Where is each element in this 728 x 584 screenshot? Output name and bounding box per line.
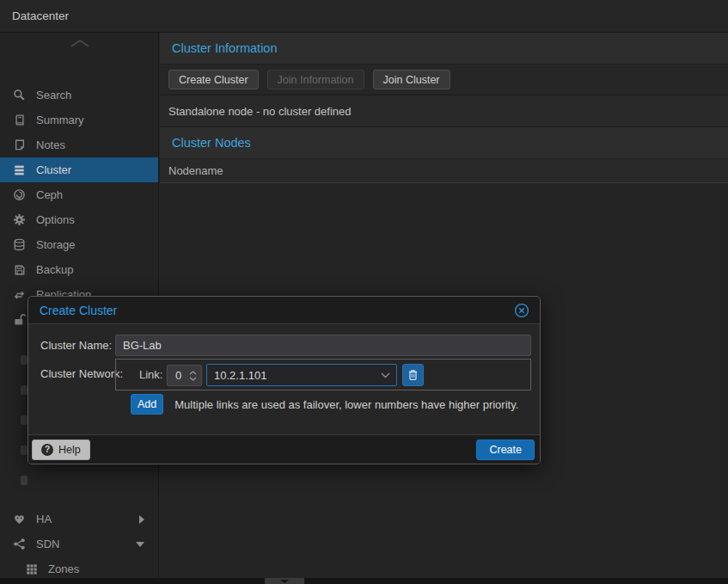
question-icon: ? bbox=[41, 444, 53, 456]
hidden-nav-icon-fragment bbox=[21, 355, 28, 365]
button-label: Join Cluster bbox=[383, 74, 440, 86]
spinner-buttons[interactable] bbox=[189, 371, 201, 381]
add-link-button[interactable]: Add bbox=[131, 394, 163, 415]
join-cluster-button[interactable]: Join Cluster bbox=[373, 70, 450, 89]
create-cluster-button[interactable]: Create Cluster bbox=[168, 70, 259, 89]
chevron-down-icon bbox=[136, 542, 144, 547]
spinner-up-icon bbox=[189, 371, 197, 375]
replication-icon bbox=[12, 288, 27, 302]
sidebar-item-sdn[interactable]: SDN bbox=[0, 532, 158, 556]
button-label: Create Cluster bbox=[179, 74, 248, 86]
backup-icon bbox=[12, 263, 27, 277]
button-label: Add bbox=[138, 398, 156, 410]
sidebar-item-label: Storage bbox=[36, 238, 76, 251]
book-icon bbox=[12, 114, 27, 127]
sidebar-item-label: Backup bbox=[36, 263, 73, 276]
failover-hint-text: Multiple links are used as failover, low… bbox=[174, 398, 518, 411]
sidebar-item-options[interactable]: Options bbox=[0, 207, 158, 232]
sidebar-item-label: Summary bbox=[36, 114, 84, 126]
sidebar-item-label: Ceph bbox=[36, 188, 63, 201]
hidden-nav-icon-fragment bbox=[21, 446, 28, 455]
search-icon bbox=[12, 89, 27, 102]
trash-icon bbox=[407, 369, 419, 381]
sidebar-item-summary[interactable]: Summary bbox=[0, 108, 158, 132]
cluster-information-header: Cluster Information bbox=[160, 33, 728, 65]
sidebar-item-storage[interactable]: Storage bbox=[0, 232, 158, 257]
cluster-name-input[interactable] bbox=[115, 335, 531, 356]
close-icon[interactable] bbox=[514, 303, 529, 318]
button-label: Create bbox=[489, 444, 522, 456]
help-button[interactable]: ? Help bbox=[32, 440, 90, 460]
heart-icon bbox=[12, 513, 27, 526]
sidebar-item-ceph[interactable]: Ceph bbox=[0, 182, 158, 207]
sidebar-item-label: SDN bbox=[36, 538, 59, 550]
network-address-combobox[interactable]: 10.2.1.101 bbox=[206, 364, 397, 386]
sidebar-item-label: HA bbox=[36, 513, 52, 526]
cluster-status-row: Standalone node - no cluster defined bbox=[160, 95, 728, 127]
cluster-toolbar: Create Cluster Join Information Join Clu… bbox=[160, 65, 728, 95]
unlock-icon bbox=[12, 313, 27, 327]
splitter-collapse-handle[interactable] bbox=[265, 578, 304, 584]
bottom-panel-splitter bbox=[0, 578, 728, 584]
proxmox-datacenter-window: Datacenter Search Summary Notes bbox=[0, 0, 728, 584]
hidden-nav-icon-fragment bbox=[21, 415, 28, 425]
cluster-nodes-header: Cluster Nodes bbox=[160, 127, 728, 159]
chevron-up-icon bbox=[69, 38, 91, 48]
sidebar-item-search[interactable]: Search bbox=[0, 83, 158, 108]
sidebar-item-cluster[interactable]: Cluster bbox=[0, 157, 158, 182]
sidebar-item-label: Cluster bbox=[36, 163, 71, 176]
storage-icon bbox=[12, 238, 27, 252]
chevron-down-icon bbox=[381, 372, 396, 378]
ceph-icon bbox=[12, 188, 27, 202]
sidebar-scroll-down[interactable] bbox=[0, 559, 159, 573]
dialog-body: Cluster Name: Cluster Network: Link: 0 1… bbox=[28, 324, 540, 435]
join-information-button[interactable]: Join Information bbox=[267, 70, 364, 89]
triangle-down-icon bbox=[280, 580, 289, 583]
link-label: Link: bbox=[139, 368, 162, 381]
sidebar-item-ha[interactable]: HA bbox=[0, 507, 158, 532]
network-address-value: 10.2.1.101 bbox=[207, 369, 381, 382]
spinner-down-icon bbox=[189, 377, 197, 381]
column-header-nodename: Nodename bbox=[168, 164, 223, 177]
cluster-name-label: Cluster Name: bbox=[40, 339, 112, 352]
note-icon bbox=[12, 138, 27, 152]
top-bar: Datacenter bbox=[0, 0, 728, 33]
link-number-value: 0 bbox=[168, 369, 189, 382]
sidebar-item-notes[interactable]: Notes bbox=[0, 132, 158, 157]
cluster-icon bbox=[12, 163, 27, 177]
sidebar-item-label: Options bbox=[36, 213, 75, 226]
sidebar-item-label: Search bbox=[36, 89, 71, 101]
section-title: Cluster Information bbox=[172, 41, 278, 55]
dialog-title: Create Cluster bbox=[40, 304, 117, 317]
delete-link-button[interactable] bbox=[402, 364, 424, 386]
create-cluster-dialog: Create Cluster Cluster Name: Cluster Net… bbox=[28, 296, 541, 464]
section-title: Cluster Nodes bbox=[172, 136, 251, 150]
button-label: Help bbox=[58, 444, 81, 456]
dialog-titlebar[interactable]: Create Cluster bbox=[28, 297, 540, 324]
create-button[interactable]: Create bbox=[476, 440, 535, 460]
hidden-nav-icon-fragment bbox=[21, 476, 28, 485]
sidebar-item-label: Notes bbox=[36, 138, 65, 151]
link-number-field[interactable]: 0 bbox=[167, 365, 202, 386]
button-label: Join Information bbox=[278, 74, 354, 86]
cluster-network-label: Cluster Network: bbox=[40, 367, 123, 380]
chevron-right-icon bbox=[139, 515, 144, 524]
breadcrumb-datacenter: Datacenter bbox=[12, 9, 69, 22]
hidden-nav-icon-fragment bbox=[21, 385, 28, 395]
gear-icon bbox=[12, 213, 27, 227]
standalone-status-text: Standalone node - no cluster defined bbox=[168, 105, 352, 118]
add-link-row: Add Multiple links are used as failover,… bbox=[131, 394, 518, 415]
sidebar-item-backup[interactable]: Backup bbox=[0, 257, 158, 282]
nodes-table-header[interactable]: Nodename bbox=[160, 159, 728, 183]
dialog-footer: ? Help Create bbox=[28, 435, 540, 464]
sidebar-scroll-up[interactable] bbox=[0, 36, 159, 50]
cluster-network-fieldset: Link: 0 10.2.1.101 bbox=[115, 359, 531, 390]
network-icon bbox=[12, 538, 27, 551]
